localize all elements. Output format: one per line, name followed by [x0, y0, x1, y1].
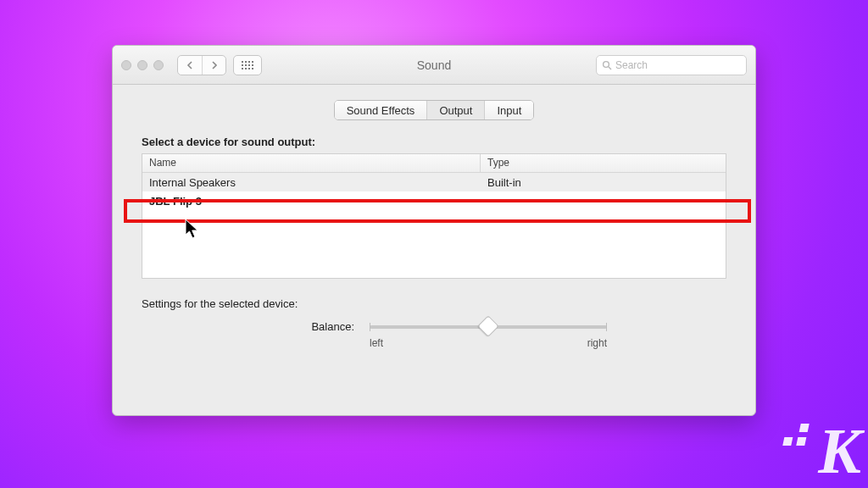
- forward-button[interactable]: [202, 56, 225, 75]
- background: Sound Sound Effects Output Input Select …: [0, 0, 868, 488]
- minimize-window-button[interactable]: [137, 60, 147, 70]
- tabs: Sound Effects Output Input: [113, 100, 755, 120]
- watermark-letter: K: [818, 415, 860, 486]
- balance-right-label: right: [587, 337, 607, 349]
- device-name: Internal Speakers: [142, 176, 481, 189]
- titlebar: Sound: [113, 46, 755, 85]
- slider-endpoint-labels: left right: [370, 337, 607, 349]
- chevron-right-icon: [211, 61, 218, 69]
- watermark-dots-icon: [782, 424, 810, 446]
- list-header: Name Type: [142, 154, 726, 173]
- column-type[interactable]: Type: [481, 154, 726, 172]
- search-field[interactable]: [596, 55, 747, 75]
- device-type: Built-in: [481, 176, 726, 189]
- slider-tick-right: [606, 323, 607, 331]
- tab-output[interactable]: Output: [426, 101, 484, 119]
- device-name: JBL Flip 3: [142, 195, 481, 208]
- balance-control: Balance: left right: [113, 319, 755, 349]
- zoom-window-button[interactable]: [153, 60, 164, 70]
- svg-line-1: [609, 67, 611, 69]
- slider-thumb[interactable]: [477, 315, 498, 336]
- slider-tick-left: [370, 323, 370, 331]
- slider-track: [370, 325, 607, 329]
- device-row[interactable]: Internal Speakers Built-in: [142, 173, 726, 191]
- close-window-button[interactable]: [121, 60, 131, 70]
- svg-point-0: [604, 61, 609, 67]
- grid-icon: [242, 61, 253, 69]
- show-all-button[interactable]: [233, 55, 262, 75]
- output-heading: Select a device for sound output:: [142, 136, 755, 148]
- window-controls: [121, 60, 164, 70]
- column-name[interactable]: Name: [142, 154, 481, 172]
- settings-heading: Settings for the selected device:: [142, 297, 755, 310]
- balance-label: Balance:: [261, 319, 354, 333]
- back-button[interactable]: [178, 56, 202, 75]
- balance-left-label: left: [370, 337, 383, 349]
- search-icon: [602, 60, 612, 70]
- balance-slider[interactable]: left right: [370, 319, 607, 349]
- tab-sound-effects[interactable]: Sound Effects: [335, 101, 427, 119]
- segmented-tabs: Sound Effects Output Input: [334, 100, 535, 120]
- tab-input[interactable]: Input: [484, 101, 533, 119]
- preferences-window: Sound Sound Effects Output Input Select …: [112, 45, 756, 416]
- chevron-left-icon: [186, 61, 193, 69]
- output-device-list: Name Type Internal Speakers Built-in JBL…: [142, 153, 726, 279]
- device-row[interactable]: JBL Flip 3: [142, 191, 726, 210]
- search-input[interactable]: [615, 59, 741, 71]
- watermark: K: [818, 419, 860, 483]
- nav-back-forward: [177, 55, 226, 75]
